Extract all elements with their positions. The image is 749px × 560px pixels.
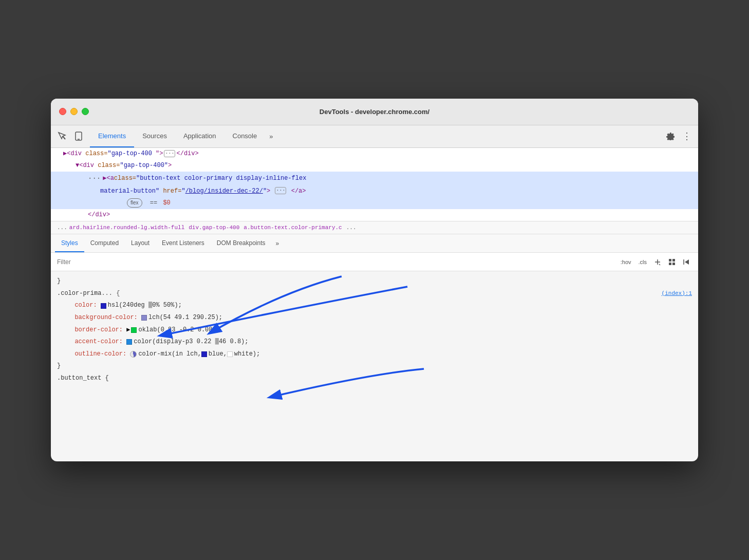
css-prop-border-color: border-color: ▶ oklab(0.83 -0.2 0.08); [51,324,698,337]
breadcrumb-dots-1: ... [57,225,67,231]
css-prop-background-color: background-color: lch(54 49.1 290.25); [51,312,698,324]
devtools-tabs: Elements Sources Application Console » [90,125,663,147]
svg-rect-8 [672,263,675,265]
dom-panel: ▶<div class="gap-top-400 ">···</div> ▼<d… [51,148,698,221]
color-swatch-border[interactable] [131,327,137,333]
color-swatch-background[interactable] [141,315,147,321]
color-swatch-white[interactable] [227,351,233,357]
tab-application[interactable]: Application [175,125,224,147]
maximize-button[interactable] [82,108,89,115]
subtab-event-listeners[interactable]: Event Listeners [156,234,211,252]
css-source-link[interactable]: (index):1 [662,289,692,299]
color-swatch-blue[interactable] [201,351,207,357]
breadcrumb-item-3[interactable]: a.button-text.color-primary.c [244,225,342,231]
window-title: DevTools - developer.chrome.com/ [320,108,429,116]
devtools-toolbar: Elements Sources Application Console » ⋮ [51,125,698,148]
css-rules-panel: } .color-prima... { (index):1 color: hsl… [51,271,698,461]
traffic-lights [59,108,89,115]
expand-border-icon[interactable]: ▶ [126,325,130,336]
breadcrumb-item-1[interactable]: ard.hairline.rounded-lg.width-full [69,225,184,231]
svg-rect-5 [669,259,671,262]
color-swatch-outline[interactable] [130,351,137,358]
cls-button[interactable]: .cls [636,258,649,266]
css-prop-color: color: hsl(240deg █0% 50%); [51,300,698,312]
subtab-computed[interactable]: Computed [84,234,125,252]
filter-input[interactable] [57,258,614,266]
close-button[interactable] [59,108,66,115]
subtab-styles[interactable]: Styles [55,234,84,252]
css-prop-outline-color: outline-color: color-mix(in lch, blue, w… [51,348,698,361]
css-rule-button-text-partial: .button_text { [51,372,698,385]
force-element-state-icon[interactable] [666,256,678,268]
dom-line-close: </div> [51,209,698,221]
tab-sources[interactable]: Sources [134,125,175,147]
hov-button[interactable]: :hov [619,258,633,266]
toggle-sidebar-icon[interactable] [681,256,692,268]
color-swatch-color[interactable] [101,303,106,309]
svg-rect-7 [672,259,675,262]
css-prop-accent-color: accent-color: color(display-p3 0.22 █46 … [51,336,698,348]
tab-elements[interactable]: Elements [90,125,134,147]
inspector-icon[interactable] [55,129,69,143]
title-bar: DevTools - developer.chrome.com/ [51,99,698,125]
svg-line-0 [63,136,65,139]
css-closing-brace-top: } [51,275,698,288]
dom-line-1: ▶<div class="gap-top-400 ">···</div> [51,148,698,160]
more-tabs-icon[interactable]: » [265,133,277,140]
subtab-dom-breakpoints[interactable]: DOM Breakpoints [211,234,272,252]
breadcrumb-dots-2: ... [346,225,357,231]
filter-actions: :hov .cls [619,256,692,268]
dom-line-2: ▼<div class="gap-top-400"> [51,160,698,172]
dom-line-3: material-button" href="/blog/insider-dec… [51,185,698,197]
tab-console[interactable]: Console [224,125,266,147]
more-subtabs-icon[interactable]: » [272,240,284,247]
device-toolbar-icon[interactable] [71,129,86,143]
css-closing-brace-rule1: } [51,360,698,372]
breadcrumb: ... ard.hairline.rounded-lg.width-full d… [51,221,698,234]
dom-line-dots: ··· ▶<a class="button-text color-primary… [51,172,698,185]
menu-icon[interactable]: ⋮ [680,129,694,143]
minimize-button[interactable] [70,108,78,115]
filter-bar: :hov .cls [51,253,698,271]
toolbar-icons [55,129,86,143]
dom-line-badge: flex == $0 [51,197,698,209]
subtab-layout[interactable]: Layout [125,234,156,252]
color-swatch-accent[interactable] [126,339,132,345]
add-style-button[interactable] [652,256,663,268]
devtools-window: DevTools - developer.chrome.com/ Element… [51,99,698,461]
settings-icon[interactable] [663,129,678,143]
sub-tabs: Styles Computed Layout Event Listeners D… [51,234,698,253]
svg-marker-9 [685,259,689,265]
toolbar-right: ⋮ [663,129,694,143]
svg-rect-6 [669,263,671,265]
css-rule-selector: .color-prima... { (index):1 [51,288,698,300]
breadcrumb-item-2[interactable]: div.gap-top-400 [189,225,239,231]
